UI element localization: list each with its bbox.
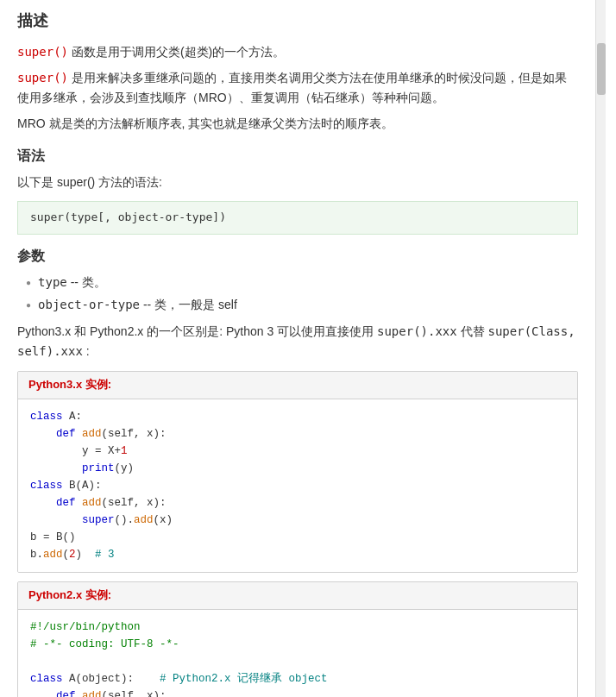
py3-line-7: super().add(x) [30, 512, 565, 529]
py3-line-4: print(y) [30, 460, 565, 477]
page-container: 描述 super() 函数是用于调用父类(超类)的一个方法。 super() 是… [0, 0, 616, 697]
py2-line-2: # -*- coding: UTF-8 -*- [30, 636, 565, 653]
kw-super2: super() [17, 71, 68, 85]
param-type-name: type [38, 273, 67, 292]
py2-line-3 [30, 653, 565, 670]
py3-line-8: b = B() [30, 529, 565, 546]
scrollbar-thumb[interactable] [597, 43, 606, 95]
syntax-code-box: super(type[, object-or-type]) [17, 201, 578, 235]
syntax-code: super(type[, object-or-type]) [30, 210, 226, 223]
py3-label: Python3.x 实例: [28, 378, 111, 391]
py2-body: #!/usr/bin/python # -*- coding: UTF-8 -*… [18, 610, 577, 697]
py3-line-6: def add(self, x): [30, 494, 565, 512]
py2-line-4: class A(object): # Python2.x 记得继承 object [30, 670, 565, 688]
py3-line-9: b.add(2) # 3 [30, 546, 565, 563]
kw-super1: super() [17, 45, 68, 59]
syntax-intro: 以下是 super() 方法的语法: [17, 173, 578, 193]
desc-line-1: super() 函数是用于调用父类(超类)的一个方法。 [17, 42, 578, 63]
param-list: type -- 类。 object-or-type -- 类，一般是 self [17, 273, 578, 315]
py3-code-block: Python3.x 实例: class A: def add(self, x):… [17, 371, 578, 573]
desc-line-3: MRO 就是类的方法解析顺序表, 其实也就是继承父类方法时的顺序表。 [17, 114, 578, 135]
param-object-or-type: object-or-type -- 类，一般是 self [26, 295, 578, 314]
param-type: type -- 类。 [26, 273, 578, 292]
py2-code-block: Python2.x 实例: #!/usr/bin/python # -*- co… [17, 581, 578, 697]
py2-label: Python2.x 实例: [28, 588, 111, 601]
note-text: Python3.x 和 Python2.x 的一个区别是: Python 3 可… [17, 322, 578, 363]
py3-line-1: class A: [30, 408, 565, 425]
kw-superclassself: super(Class, self).xxx [17, 324, 575, 359]
desc-line-2: super() 是用来解决多重继承问题的，直接用类名调用父类方法在使用单继承的时… [17, 68, 578, 110]
py3-line-2: def add(self, x): [30, 425, 565, 443]
scrollbar[interactable] [595, 0, 606, 697]
main-content: 描述 super() 函数是用于调用父类(超类)的一个方法。 super() 是… [0, 0, 595, 697]
py2-line-5: def add(self, x): [30, 688, 565, 697]
py3-header: Python3.x 实例: [18, 372, 577, 399]
param-obj-name: object-or-type [38, 295, 140, 314]
py3-line-5: class B(A): [30, 477, 565, 494]
syntax-title: 语法 [17, 145, 578, 167]
py2-line-1: #!/usr/bin/python [30, 619, 565, 636]
params-title: 参数 [17, 245, 578, 267]
desc-title: 描述 [17, 9, 578, 34]
py2-header: Python2.x 实例: [18, 582, 577, 610]
kw-superxxx: super().xxx [377, 324, 457, 338]
py3-line-3: y = X+1 [30, 443, 565, 460]
py3-body: class A: def add(self, x): y = X+1 print… [18, 399, 577, 572]
